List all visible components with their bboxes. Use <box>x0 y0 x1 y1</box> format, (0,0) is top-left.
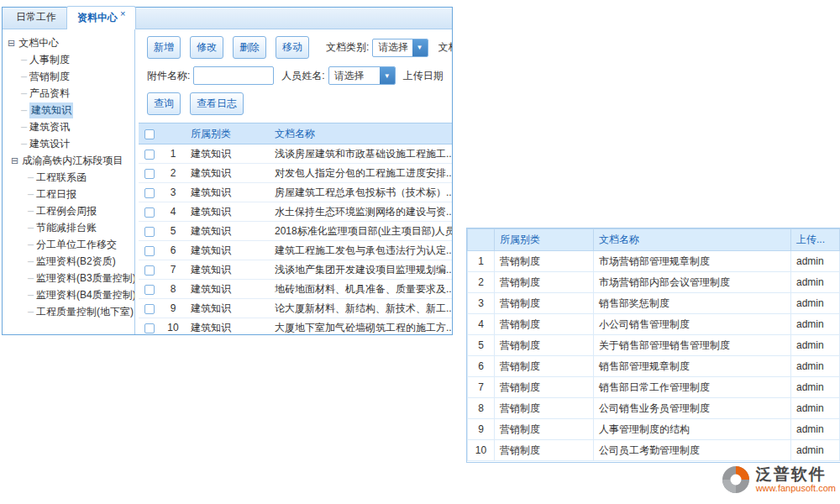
marketing-table-row[interactable]: 4营销制度小公司销售管理制度admin <box>468 314 840 335</box>
marketing-table-row[interactable]: 9营销制度人事管理制度的结构admin <box>468 419 840 440</box>
tree-item[interactable]: ─工程联系函 <box>8 169 134 186</box>
tree-section[interactable]: ⊟成渝高铁内江标段项目 <box>11 152 134 169</box>
row-doc-name[interactable]: 房屋建筑工程总承包投标书（技术标）... <box>270 183 452 202</box>
tab-daily-work[interactable]: 日常工作 <box>6 6 66 29</box>
marketing-table-row[interactable]: 10营销制度公司员工考勤管理制度admin <box>468 440 840 461</box>
doc-table-row[interactable]: 1建筑知识浅谈房屋建筑和市政基础设施工程施工... <box>139 144 452 164</box>
doc-table-row[interactable]: 8建筑知识地砖地面材料、机具准备、质量要求及... <box>139 280 452 299</box>
tree-item[interactable]: ─监理资料(B3质量控制) <box>8 270 134 286</box>
doc-table-row[interactable]: 4建筑知识水土保持生态环境监测网络的建设与资... <box>139 202 452 222</box>
tree-item[interactable]: ─人事制度 <box>8 51 134 68</box>
modify-button[interactable]: 修改 <box>190 36 223 59</box>
row-number: 5 <box>160 222 186 241</box>
marketing-table-row[interactable]: 1营销制度市场营销部管理规章制度admin <box>468 251 840 272</box>
row-number: 8 <box>160 280 186 299</box>
tree-item[interactable]: ─工程日报 <box>8 186 134 202</box>
tree-item[interactable]: ─分工单位工作移交 <box>8 236 134 253</box>
chevron-down-icon[interactable]: ▼ <box>380 67 395 84</box>
close-icon[interactable]: × <box>120 8 125 18</box>
row-checkbox[interactable] <box>144 323 155 333</box>
row-uploader: admin <box>791 314 840 335</box>
row-checkbox[interactable] <box>144 304 155 314</box>
move-button[interactable]: 移动 <box>276 36 309 59</box>
tree-item-label: 营销制度 <box>29 70 70 84</box>
tree-item[interactable]: ─节能减排台账 <box>8 219 134 236</box>
row-category: 建筑知识 <box>186 241 270 260</box>
row-doc-name[interactable]: 建筑工程施工发包与承包违法行为认定... <box>270 241 452 260</box>
row-doc-name[interactable]: 浅谈房屋建筑和市政基础设施工程施工... <box>270 144 452 164</box>
row-doc-name[interactable]: 浅谈地产集团开发建设项目监理规划编... <box>270 260 452 280</box>
tree-item-label: 工程日报 <box>36 187 76 202</box>
row-checkbox[interactable] <box>144 169 155 179</box>
row-doc-name[interactable]: 对发包人指定分包的工程施工进度安排... <box>270 164 452 183</box>
tree-item[interactable]: ─建筑知识 <box>8 102 134 118</box>
tab-data-center[interactable]: 资料中心× <box>66 6 136 29</box>
row-category: 营销制度 <box>495 314 594 335</box>
row-doc-name: 销售部日常工作管理制度 <box>594 377 791 398</box>
collapse-icon[interactable]: ⊟ <box>8 38 15 49</box>
tree-item[interactable]: ─产品资料 <box>8 85 134 102</box>
row-check-cell <box>139 260 160 280</box>
row-category: 营销制度 <box>495 419 594 440</box>
row-check-cell <box>139 183 160 202</box>
marketing-table-row[interactable]: 2营销制度市场营销部内部会议管理制度admin <box>468 272 840 293</box>
logo-text: 泛普软件 www.fanpusoft.com <box>756 466 836 493</box>
tree-section[interactable]: ⊟文档中心 <box>8 34 134 51</box>
person-name-value: 请选择 <box>329 69 380 83</box>
row-checkbox[interactable] <box>144 265 155 276</box>
row-doc-name[interactable]: 论大厦新材料、新结构、新技术、新工... <box>270 299 452 318</box>
doc-table-row[interactable]: 2建筑知识对发包人指定分包的工程施工进度安排... <box>139 164 452 183</box>
collapse-icon[interactable]: ⊟ <box>11 155 18 166</box>
tree-line-icon: ─ <box>28 257 34 266</box>
row-doc-name: 销售部奖惩制度 <box>594 293 791 314</box>
add-button[interactable]: 新增 <box>147 36 181 59</box>
row-checkbox[interactable] <box>144 150 155 160</box>
row-checkbox[interactable] <box>144 207 155 218</box>
header-check-cell <box>139 123 160 144</box>
tree-item[interactable]: ─建筑设计 <box>8 135 134 152</box>
tree-item[interactable]: ─工程例会周报 <box>8 202 134 219</box>
doc-table-row[interactable]: 10建筑知识大厦地下室加气砼墙砌筑工程的施工方... <box>139 318 452 335</box>
query-button[interactable]: 查询 <box>147 92 181 115</box>
row-checkbox[interactable] <box>144 188 155 198</box>
marketing-table-row[interactable]: 5营销制度关于销售部管理销售管理制度admin <box>468 335 840 356</box>
marketing-table-row[interactable]: 8营销制度公司销售业务员管理制度admin <box>468 398 840 419</box>
tree-item-label: 建筑设计 <box>29 137 70 151</box>
chevron-down-icon[interactable]: ▼ <box>412 39 428 56</box>
tree-item-label: 分工单位工作移交 <box>36 238 117 252</box>
row-doc-name[interactable]: 大厦地下室加气砼墙砌筑工程的施工方... <box>270 318 452 335</box>
row-doc-name[interactable]: 水土保持生态环境监测网络的建设与资... <box>270 202 452 222</box>
tree-item[interactable]: ─营销制度 <box>8 68 134 85</box>
row-checkbox[interactable] <box>144 285 155 295</box>
row-doc-name[interactable]: 地砖地面材料、机具准备、质量要求及... <box>270 280 452 299</box>
marketing-table-row[interactable]: 3营销制度销售部奖惩制度admin <box>468 293 840 314</box>
person-name-select[interactable]: 请选择 ▼ <box>328 66 396 85</box>
tree-item[interactable]: ─监理资料(B4质量控制) <box>8 286 134 303</box>
tree-item[interactable]: ─监理资料(B2资质) <box>8 253 134 270</box>
doc-table-header: 所属别类 文档名称 <box>139 123 452 144</box>
doc-table-row[interactable]: 7建筑知识浅谈地产集团开发建设项目监理规划编... <box>139 260 452 280</box>
tree-item-label: 监理资料(B2资质) <box>36 255 116 269</box>
row-uploader: admin <box>791 335 840 356</box>
doc-category-select[interactable]: 请选择 ▼ <box>372 39 428 57</box>
brand-site: www.fanpusoft.com <box>756 483 836 493</box>
row-doc-name[interactable]: 2018标准化监理项目部(业主项目部)人员... <box>270 222 452 241</box>
tree-item[interactable]: ─建筑资讯 <box>8 118 134 135</box>
row-category: 建筑知识 <box>186 222 270 241</box>
marketing-table-row[interactable]: 6营销制度销售部管理规章制度admin <box>468 356 840 377</box>
doc-table-row[interactable]: 6建筑知识建筑工程施工发包与承包违法行为认定... <box>139 241 452 260</box>
doc-table-row[interactable]: 5建筑知识2018标准化监理项目部(业主项目部)人员... <box>139 222 452 241</box>
row-checkbox[interactable] <box>144 227 155 237</box>
doc-table-row[interactable]: 3建筑知识房屋建筑工程总承包投标书（技术标）... <box>139 183 452 202</box>
row-checkbox[interactable] <box>144 246 155 256</box>
select-all-checkbox[interactable] <box>144 129 155 139</box>
attachment-name-input[interactable] <box>193 66 274 85</box>
tree-item-label: 监理资料(B3质量控制) <box>36 271 135 286</box>
delete-button[interactable]: 删除 <box>233 36 266 59</box>
doc-table-row[interactable]: 9建筑知识论大厦新材料、新结构、新技术、新工... <box>139 299 452 318</box>
row-number: 10 <box>468 440 495 461</box>
tree-item[interactable]: ─工程质量控制(地下室) <box>8 303 134 320</box>
view-log-button[interactable]: 查看日志 <box>190 92 244 115</box>
tree-section-label: 文档中心 <box>18 36 59 50</box>
marketing-table-row[interactable]: 7营销制度销售部日常工作管理制度admin <box>468 377 840 398</box>
